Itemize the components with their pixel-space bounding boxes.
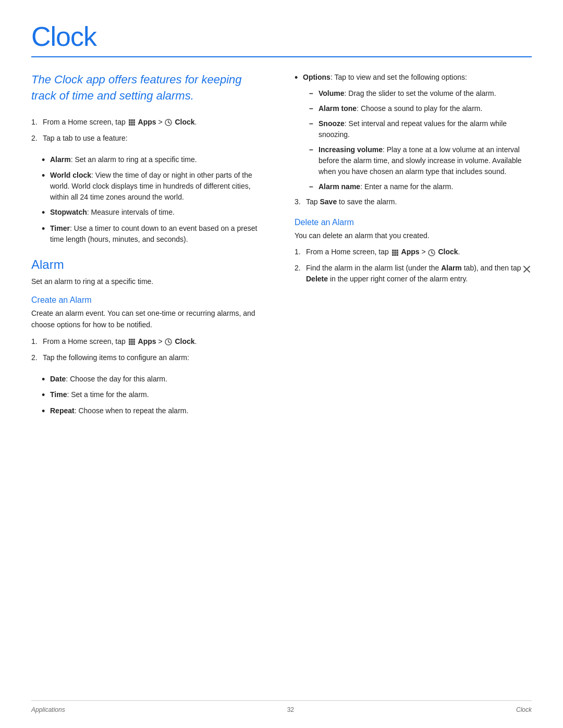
create-alarm-step-1: 1. From a Home screen, tap bbox=[31, 336, 268, 347]
apps-label: Apps bbox=[138, 118, 156, 126]
apps-icon bbox=[391, 249, 399, 256]
save-step-3: 3. Tap Save to save the alarm. bbox=[295, 196, 532, 207]
delete-alarm-title: Delete an Alarm bbox=[295, 218, 532, 227]
step-text: Tap Save to save the alarm. bbox=[306, 196, 397, 207]
list-item: • Time: Set a time for the alarm. bbox=[42, 389, 268, 401]
svg-rect-17 bbox=[133, 341, 135, 343]
svg-rect-7 bbox=[131, 124, 133, 126]
footer: Applications 32 Clock bbox=[31, 700, 532, 713]
svg-line-35 bbox=[432, 253, 433, 254]
alarm-section-title: Alarm bbox=[31, 257, 268, 272]
feature-worldclock: World clock: View the time of day or nig… bbox=[50, 170, 268, 203]
create-alarm-step-2: 2. Tap the following items to configure … bbox=[31, 352, 268, 363]
svg-rect-31 bbox=[394, 254, 396, 256]
step-text: From a Home screen, tap bbox=[43, 336, 197, 347]
dash-mark: – bbox=[309, 181, 319, 192]
svg-line-23 bbox=[168, 342, 170, 343]
svg-rect-12 bbox=[129, 339, 131, 341]
svg-rect-18 bbox=[129, 343, 131, 346]
svg-rect-3 bbox=[129, 121, 131, 124]
bullet-dot: • bbox=[42, 390, 50, 401]
svg-rect-4 bbox=[131, 121, 133, 124]
svg-rect-1 bbox=[131, 119, 133, 121]
two-col-layout: The Clock app offers features for keepin… bbox=[31, 72, 532, 422]
intro-steps: 1. From a Home screen, tap bbox=[31, 117, 268, 144]
sub-options-list: – Volume: Drag the slider to set the vol… bbox=[309, 88, 532, 192]
sub-option-alarm-name: Alarm name: Enter a name for the alarm. bbox=[319, 181, 453, 192]
delete-alarm-desc: You can delete an alarm that you created… bbox=[295, 230, 532, 242]
delete-alarm-steps: 1. From a Home screen, tap bbox=[295, 246, 532, 285]
list-item: – Alarm tone: Choose a sound to play for… bbox=[309, 103, 532, 114]
svg-line-11 bbox=[168, 122, 170, 124]
footer-applications: Applications bbox=[31, 706, 65, 713]
clock-icon-inline bbox=[165, 118, 172, 126]
delete-step-2: 2. Find the alarm in the alarm list (und… bbox=[295, 263, 532, 285]
step-text: From a Home screen, tap bbox=[43, 117, 197, 128]
step-num: 2. bbox=[295, 263, 306, 285]
step-num: 2. bbox=[31, 133, 43, 144]
delete-step-1: 1. From a Home screen, tap bbox=[295, 246, 532, 257]
list-item: • World clock: View the time of day or n… bbox=[42, 170, 268, 203]
clock-label: Clock bbox=[175, 118, 194, 126]
list-item: • Timer: Use a timer to count down to an… bbox=[42, 223, 268, 245]
right-column: • Options: Tap to view and set the follo… bbox=[295, 72, 532, 422]
list-item: • Stopwatch: Measure intervals of time. bbox=[42, 207, 268, 219]
alarm-date: Date: Choose the day for this alarm. bbox=[50, 374, 167, 385]
title-divider bbox=[31, 56, 532, 57]
create-alarm-desc: Create an alarm event. You can set one-t… bbox=[31, 308, 268, 330]
step-num: 1. bbox=[31, 336, 43, 347]
svg-rect-8 bbox=[133, 124, 135, 126]
svg-rect-19 bbox=[131, 343, 133, 346]
bullet-dot: • bbox=[42, 170, 50, 182]
feature-alarm: Alarm: Set an alarm to ring at a specifi… bbox=[50, 154, 197, 165]
svg-rect-25 bbox=[394, 250, 396, 252]
dash-mark: – bbox=[309, 103, 319, 114]
step-num: 2. bbox=[31, 352, 43, 363]
feature-stopwatch: Stopwatch: Measure intervals of time. bbox=[50, 207, 175, 218]
bullet-dot: • bbox=[42, 374, 50, 386]
alarm-repeat: Repeat: Choose when to repeat the alarm. bbox=[50, 405, 188, 416]
list-item: – Alarm name: Enter a name for the alarm… bbox=[309, 181, 532, 192]
svg-rect-15 bbox=[129, 341, 131, 343]
svg-rect-20 bbox=[133, 343, 135, 346]
svg-rect-0 bbox=[129, 119, 131, 121]
list-item: • Alarm: Set an alarm to ring at a speci… bbox=[42, 154, 268, 166]
dash-mark: – bbox=[309, 144, 319, 155]
bullet-dot: • bbox=[42, 406, 50, 417]
svg-rect-5 bbox=[133, 121, 135, 124]
apps-icon bbox=[128, 118, 136, 126]
dash-mark: – bbox=[309, 118, 319, 129]
create-alarm-steps: 1. From a Home screen, tap bbox=[31, 336, 268, 363]
step-text: Find the alarm in the alarm list (under … bbox=[306, 263, 532, 285]
sub-option-tone: Alarm tone: Choose a sound to play for t… bbox=[319, 103, 482, 114]
page-title: Clock bbox=[31, 21, 532, 52]
alarm-time: Time: Set a time for the alarm. bbox=[50, 389, 149, 400]
options-bullet-list: • Options: Tap to view and set the follo… bbox=[295, 72, 532, 84]
bullet-dot: • bbox=[295, 72, 303, 84]
svg-rect-32 bbox=[396, 254, 398, 256]
svg-rect-2 bbox=[133, 119, 135, 121]
list-item: – Increasing volume: Play a tone at a lo… bbox=[309, 144, 532, 177]
svg-rect-29 bbox=[396, 252, 398, 254]
step-text: Tap the following items to configure an … bbox=[43, 352, 189, 363]
sub-option-increasing-volume: Increasing volume: Play a tone at a low … bbox=[319, 144, 532, 177]
svg-rect-30 bbox=[392, 254, 394, 256]
create-alarm-title: Create an Alarm bbox=[31, 295, 268, 305]
bullet-dot: • bbox=[42, 155, 50, 166]
footer-page-number: 32 bbox=[287, 706, 294, 713]
step-text: From a Home screen, tap bbox=[306, 246, 460, 257]
alarm-section-desc: Set an alarm to ring at a specific time. bbox=[31, 276, 268, 288]
sub-option-volume: Volume: Drag the slider to set the volum… bbox=[319, 88, 496, 99]
step-text: Tap a tab to use a feature: bbox=[43, 133, 128, 144]
clock-icon-inline bbox=[165, 338, 172, 345]
page-wrapper: Clock The Clock app offers features for … bbox=[0, 0, 563, 728]
list-item: • Date: Choose the day for this alarm. bbox=[42, 374, 268, 386]
svg-rect-6 bbox=[129, 124, 131, 126]
feature-timer: Timer: Use a timer to count down to an e… bbox=[50, 223, 268, 245]
alarm-config-list: • Date: Choose the day for this alarm. •… bbox=[42, 374, 268, 417]
apps-icon bbox=[128, 338, 136, 345]
intro-step-2: 2. Tap a tab to use a feature: bbox=[31, 133, 268, 144]
clock-icon-inline bbox=[428, 249, 435, 256]
sub-option-snooze: Snooze: Set interval and repeat values f… bbox=[319, 118, 532, 140]
bullet-dot: • bbox=[42, 207, 50, 219]
